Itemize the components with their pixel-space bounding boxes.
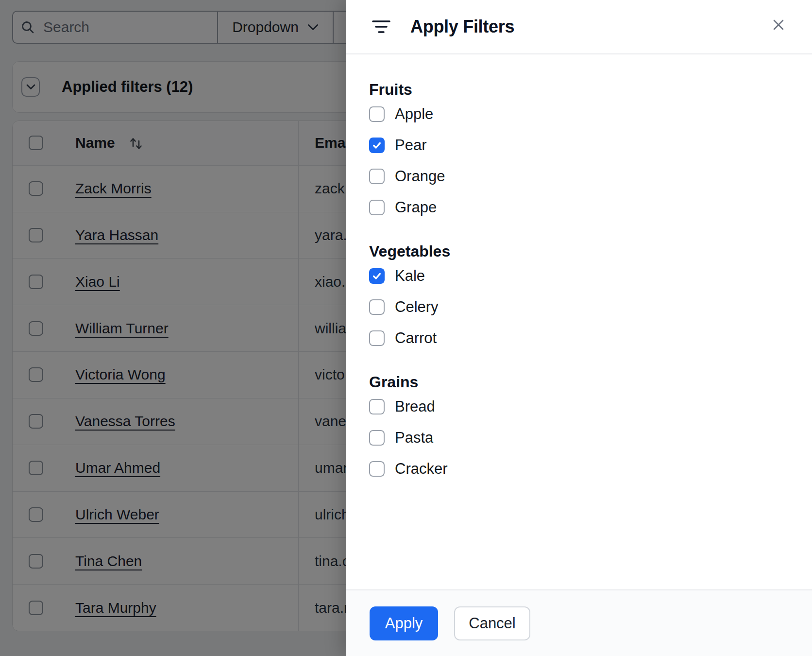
cancel-button[interactable]: Cancel [454,606,530,640]
filter-group-heading: Grains [369,373,793,391]
filter-checkbox[interactable] [369,430,385,446]
filter-option-label[interactable]: Celery [395,298,439,316]
filter-group: Vegetables Kale Celery Carrot [369,242,793,346]
filter-checkbox[interactable] [369,299,385,315]
filter-option[interactable]: Pasta [369,430,793,446]
apply-button[interactable]: Apply [370,606,438,640]
filter-option[interactable]: Bread [369,399,793,414]
panel-footer: Apply Cancel [346,589,812,656]
filter-option[interactable]: Cracker [369,461,793,477]
filter-checkbox[interactable] [369,106,385,122]
filter-option[interactable]: Orange [369,169,793,184]
filter-checkbox[interactable] [369,399,385,414]
filter-option[interactable]: Pear [369,138,793,153]
filter-checkbox[interactable] [369,330,385,346]
filter-option-label[interactable]: Pasta [395,429,433,447]
filter-option[interactable]: Apple [369,106,793,122]
filter-group: Grains Bread Pasta Cracker [369,373,793,477]
filter-groups: Fruits Apple Pear Orange [346,54,812,589]
filter-option[interactable]: Carrot [369,330,793,346]
filter-option-label[interactable]: Orange [395,168,445,185]
filter-checkbox[interactable] [369,138,385,153]
filter-option[interactable]: Grape [369,200,793,215]
filter-group: Fruits Apple Pear Orange [369,80,793,215]
panel-header: Apply Filters [346,0,812,54]
filter-option-label[interactable]: Bread [395,398,435,415]
filter-checkbox[interactable] [369,268,385,284]
close-icon[interactable] [767,13,790,36]
filter-group-heading: Fruits [369,80,793,99]
filter-option-label[interactable]: Carrot [395,329,437,347]
apply-filters-panel: Apply Filters Fruits Apple Pear [346,0,812,656]
filter-funnel-icon [372,20,390,34]
filter-option[interactable]: Kale [369,268,793,284]
filter-group-heading: Vegetables [369,242,793,260]
filter-checkbox[interactable] [369,461,385,477]
filter-option-label[interactable]: Cracker [395,460,448,478]
filter-option-label[interactable]: Kale [395,267,425,285]
panel-title: Apply Filters [410,17,514,37]
filter-checkbox[interactable] [369,169,385,184]
filter-checkbox[interactable] [369,200,385,215]
filter-option[interactable]: Celery [369,299,793,315]
filter-option-label[interactable]: Grape [395,199,437,216]
filter-option-label[interactable]: Pear [395,137,426,154]
filter-option-label[interactable]: Apple [395,105,433,123]
